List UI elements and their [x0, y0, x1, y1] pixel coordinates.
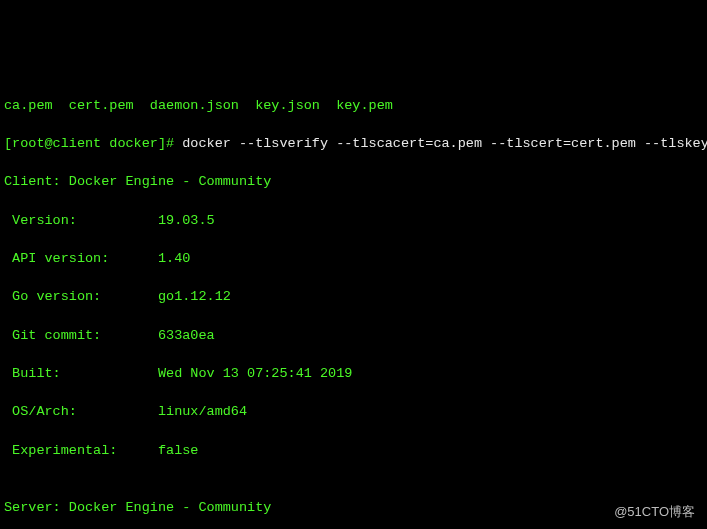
command-line: [root@client docker]# docker --tlsverify…: [4, 134, 703, 153]
typed-command: docker --tlsverify --tlscacert=ca.pem --…: [182, 136, 707, 151]
label: API version:: [4, 251, 158, 266]
value: Wed Nov 13 07:25:41 2019: [158, 366, 352, 381]
value: 1.40: [158, 251, 190, 266]
value: 633a0ea: [158, 328, 215, 343]
value: false: [158, 443, 199, 458]
client-api-version: API version: 1.40: [4, 249, 703, 268]
value: linux/amd64: [158, 404, 247, 419]
label: Version:: [4, 213, 158, 228]
client-experimental: Experimental: false: [4, 441, 703, 460]
ls-fragment: ca.pem cert.pem daemon.json key.json key…: [4, 96, 703, 115]
client-git-commit: Git commit: 633a0ea: [4, 326, 703, 345]
label: Git commit:: [4, 328, 158, 343]
watermark: @51CTO博客: [614, 503, 695, 521]
server-header: Server: Docker Engine - Community: [4, 498, 703, 517]
label: Go version:: [4, 289, 158, 304]
label: Built:: [4, 366, 158, 381]
value: 19.03.5: [158, 213, 215, 228]
client-version: Version: 19.03.5: [4, 211, 703, 230]
value: go1.12.12: [158, 289, 231, 304]
client-go-version: Go version: go1.12.12: [4, 287, 703, 306]
terminal-output[interactable]: ca.pem cert.pem daemon.json key.json key…: [4, 77, 703, 529]
label: Experimental:: [4, 443, 158, 458]
shell-prompt: [root@client docker]#: [4, 136, 182, 151]
client-header: Client: Docker Engine - Community: [4, 172, 703, 191]
label: OS/Arch:: [4, 404, 158, 419]
client-os-arch: OS/Arch: linux/amd64: [4, 402, 703, 421]
client-built: Built: Wed Nov 13 07:25:41 2019: [4, 364, 703, 383]
